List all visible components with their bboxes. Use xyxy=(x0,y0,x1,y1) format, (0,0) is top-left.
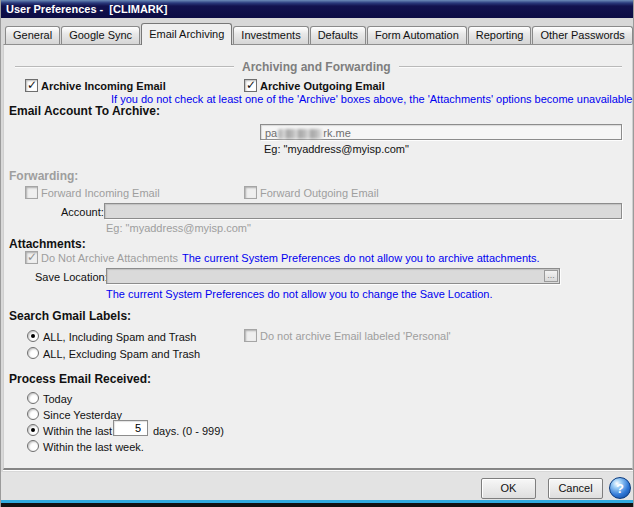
all-excluding-label[interactable]: ALL, Excluding Spam and Trash xyxy=(43,348,200,360)
divider-line xyxy=(399,66,622,68)
help-icon[interactable]: ? xyxy=(609,477,631,499)
attachments-note: The current System Preferences do not al… xyxy=(182,252,540,264)
tab-general[interactable]: General xyxy=(5,26,60,44)
tab-other-passwords[interactable]: Other Passwords xyxy=(532,26,632,44)
window-title: User Preferences - [CLIMARK] xyxy=(6,3,167,15)
forward-outgoing-label: Forward Outgoing Email xyxy=(260,187,379,199)
tab-defaults[interactable]: Defaults xyxy=(310,26,366,44)
email-account-to-archive-label: Email Account To Archive: xyxy=(9,105,160,117)
ok-button[interactable]: OK xyxy=(481,478,536,499)
forwarding-account-input xyxy=(104,203,622,219)
tab-investments[interactable]: Investments xyxy=(233,26,308,44)
section-title: Archiving and Forwarding xyxy=(234,60,399,74)
forwarding-section-label: Forwarding: xyxy=(9,170,78,182)
archive-incoming-checkbox[interactable] xyxy=(25,79,38,92)
save-location-label: Save Location: xyxy=(35,271,108,283)
within-week-radio[interactable] xyxy=(27,440,39,452)
archive-note: If you do not check at least one of the … xyxy=(111,93,634,105)
all-including-label[interactable]: ALL, Including Spam and Trash xyxy=(43,331,196,343)
within-days-label-before[interactable]: Within the last xyxy=(43,425,112,437)
tab-bar: General Google Sync Email Archiving Inve… xyxy=(3,22,631,44)
do-not-archive-attachments-checkbox xyxy=(25,251,38,264)
archive-outgoing-checkbox[interactable] xyxy=(244,79,257,92)
user-preferences-dialog: User Preferences - [CLIMARK] General Goo… xyxy=(0,0,634,507)
divider-line xyxy=(15,66,234,68)
cancel-button[interactable]: Cancel xyxy=(548,478,603,499)
archive-incoming-label[interactable]: Archive Incoming Email xyxy=(41,80,166,92)
email-account-value-prefix: pa xyxy=(265,127,277,139)
email-account-hint: Eg: "myaddress@myisp.com" xyxy=(264,143,409,155)
do-not-archive-attachments-label: Do Not Archive Attachments xyxy=(41,252,178,264)
redacted-text xyxy=(278,129,322,139)
section-archiving-and-forwarding: Archiving and Forwarding xyxy=(15,61,622,73)
since-yesterday-radio[interactable] xyxy=(27,408,39,420)
email-account-value-suffix: rk.me xyxy=(323,127,351,139)
process-email-section-label: Process Email Received: xyxy=(9,373,151,385)
personal-label-text: Do not archive Email labeled 'Personal' xyxy=(260,330,451,342)
footer-bar xyxy=(1,472,633,500)
tab-google-sync[interactable]: Google Sync xyxy=(61,26,140,44)
all-excluding-radio[interactable] xyxy=(27,347,39,359)
today-radio[interactable] xyxy=(27,392,39,404)
tab-reporting[interactable]: Reporting xyxy=(468,26,532,44)
save-location-note: The current System Preferences do not al… xyxy=(106,288,492,300)
forward-incoming-label: Forward Incoming Email xyxy=(41,187,160,199)
window-bottom-edge xyxy=(1,503,633,507)
within-days-label-after: days. (0 - 999) xyxy=(153,425,224,437)
archive-outgoing-label[interactable]: Archive Outgoing Email xyxy=(260,80,385,92)
title-bar: User Preferences - [CLIMARK] xyxy=(1,0,633,18)
email-account-input[interactable]: park.me xyxy=(260,124,622,140)
browse-button: ... xyxy=(544,270,558,282)
personal-label-checkbox xyxy=(244,329,257,342)
save-location-input: ... xyxy=(106,268,560,284)
tab-email-archiving[interactable]: Email Archiving xyxy=(141,23,232,45)
all-including-radio[interactable] xyxy=(27,330,39,342)
within-week-label[interactable]: Within the last week. xyxy=(43,441,144,453)
gmail-labels-section-label: Search Gmail Labels: xyxy=(9,310,131,322)
forwarding-account-hint: Eg: "myaddress@myisp.com" xyxy=(106,222,251,234)
attachments-section-label: Attachments: xyxy=(9,238,86,250)
forward-incoming-checkbox xyxy=(25,186,38,199)
within-days-radio[interactable] xyxy=(27,424,39,436)
tab-form-automation[interactable]: Form Automation xyxy=(367,26,467,44)
forward-outgoing-checkbox xyxy=(244,186,257,199)
forwarding-account-label: Account: xyxy=(61,206,104,218)
today-label[interactable]: Today xyxy=(43,393,72,405)
since-yesterday-label[interactable]: Since Yesterday xyxy=(43,409,122,421)
days-input[interactable] xyxy=(113,420,148,436)
